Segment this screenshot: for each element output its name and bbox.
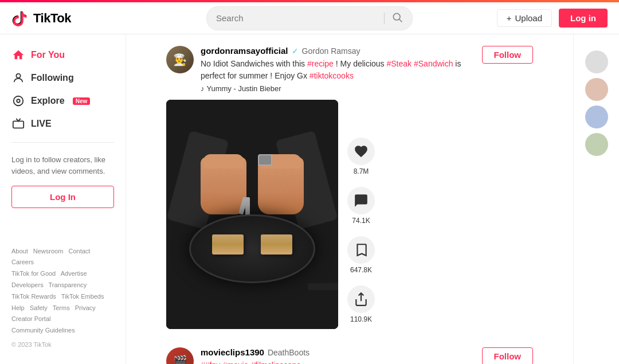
footer-link-help[interactable]: Help — [11, 304, 25, 311]
sidebar-login-text: Log in to follow creators, like videos, … — [0, 150, 126, 186]
svg-line-1 — [399, 19, 402, 22]
username-gordon[interactable]: gordonramsayofficial — [201, 46, 288, 56]
bookmark-button-gordon[interactable]: 647.8K — [347, 236, 375, 274]
bookmark-count-gordon: 647.8K — [350, 266, 372, 274]
follow-button-movieclips[interactable]: Follow — [482, 347, 534, 364]
sidebar: For You Following Explore New LIVE Log — [0, 34, 126, 364]
person-icon — [11, 71, 25, 85]
sidebar-item-following[interactable]: Following — [0, 66, 126, 89]
like-icon — [347, 138, 375, 165]
sidebar-login-button[interactable]: Log In — [11, 186, 114, 208]
footer-link-creator-portal[interactable]: Creator Portal — [11, 315, 50, 322]
sidebar-item-live[interactable]: LIVE — [0, 112, 126, 135]
search-icon[interactable] — [391, 11, 403, 25]
footer-link-rewards[interactable]: TikTok Rewards — [11, 293, 56, 300]
footer-link-safety[interactable]: Safety — [30, 304, 48, 311]
footer-link-privacy[interactable]: Privacy — [75, 304, 96, 311]
compass-icon — [11, 94, 25, 108]
cooking-scene — [166, 100, 338, 329]
video-card-gordon: 👨‍🍳 gordonramsayofficial ✓ Gordon Ramsay… — [155, 46, 544, 329]
main-content: 👨‍🍳 gordonramsayofficial ✓ Gordon Ramsay… — [126, 34, 573, 364]
login-button[interactable]: Log in — [559, 9, 608, 28]
footer-link-contact[interactable]: Contact — [68, 248, 90, 255]
search-box — [206, 6, 413, 30]
hashtag-movie[interactable]: #movie — [222, 361, 248, 364]
share-count-gordon: 110.9K — [350, 315, 372, 323]
username-row-movieclips: movieclips1390 DeathBoots — [201, 347, 482, 357]
footer-link-transparency[interactable]: Transparency — [49, 281, 87, 288]
sidebar-label-for-you: For You — [31, 50, 65, 60]
comment-count-gordon: 74.1K — [352, 217, 370, 225]
hand-left — [201, 157, 246, 214]
home-icon — [11, 48, 25, 62]
tiktok-logo-icon — [11, 9, 30, 28]
right-avatar-1 — [585, 50, 608, 73]
hashtag-sandwich[interactable]: #Sandwich — [414, 59, 453, 68]
video-info-gordon: gordonramsayofficial ✓ Gordon Ramsay No … — [201, 46, 482, 93]
footer-link-developers[interactable]: Developers — [11, 281, 44, 288]
footer-link-terms[interactable]: Terms — [53, 304, 70, 311]
main-layout: For You Following Explore New LIVE Log — [0, 34, 619, 364]
footer-link-about[interactable]: About — [11, 248, 28, 255]
search-input[interactable] — [216, 13, 377, 23]
display-name-gordon: Gordon Ramsay — [302, 46, 361, 56]
sidebar-label-following: Following — [31, 73, 74, 83]
plus-icon: + — [507, 13, 512, 23]
right-avatar-3 — [585, 105, 608, 128]
right-avatar-2 — [585, 78, 608, 101]
follow-button-gordon[interactable]: Follow — [482, 46, 534, 64]
music-note-gordon: ♪ — [201, 84, 205, 93]
right-panel-placeholder — [583, 46, 610, 165]
svg-point-4 — [17, 99, 20, 103]
watch — [258, 154, 272, 166]
right-avatar-4 — [585, 133, 608, 156]
header: TikTok + Upload Log in — [0, 2, 619, 34]
video-card-movieclips: 🎬 movieclips1390 DeathBoots ##fpy #movie… — [155, 347, 544, 364]
video-thumbnail-gordon[interactable] — [166, 100, 338, 329]
upload-label: Upload — [515, 13, 542, 23]
live-icon — [11, 117, 25, 131]
hashtag-filmclipscene[interactable]: #filmclipscene — [250, 361, 301, 364]
sandwich-right — [261, 234, 292, 255]
footer-link-newsroom[interactable]: Newsroom — [33, 248, 64, 255]
hashtag-recipe[interactable]: #recipe — [307, 59, 334, 68]
sound-row-gordon[interactable]: ♪ Yummy - Justin Bieber — [201, 84, 482, 93]
share-button-gordon[interactable]: 110.9K — [347, 285, 375, 323]
video-desc-gordon: No Idiot Sandwiches with this #recipe ! … — [201, 58, 482, 82]
footer-link-careers[interactable]: Careers — [11, 259, 34, 265]
action-buttons-gordon: 8.7M 74.1K — [347, 138, 375, 329]
logo[interactable]: TikTok — [11, 9, 71, 28]
footer-link-community[interactable]: Community Guidelines — [11, 327, 75, 334]
like-button-gordon[interactable]: 8.7M — [347, 138, 375, 175]
hashtag-tiktokcooks[interactable]: #tiktokcooks — [310, 71, 354, 80]
sandwich-left — [212, 234, 244, 255]
sound-text-gordon: Yummy - Justin Bieber — [207, 84, 281, 93]
sidebar-item-explore[interactable]: Explore New — [0, 89, 126, 112]
avatar-gordon[interactable]: 👨‍🍳 — [166, 46, 194, 73]
username-movieclips[interactable]: movieclips1390 — [201, 347, 264, 357]
sidebar-item-for-you[interactable]: For You — [0, 44, 126, 66]
display-name-movieclips: DeathBoots — [268, 348, 310, 357]
sidebar-label-explore: Explore — [31, 96, 65, 106]
hashtag-fpy[interactable]: ##fpy — [201, 361, 220, 364]
footer-link-advertise[interactable]: Advertise — [61, 270, 87, 277]
footer-copyright: © 2023 TikTok — [11, 341, 114, 348]
comment-icon — [347, 187, 375, 214]
verified-icon-gordon: ✓ — [292, 46, 299, 56]
video-feed: 👨‍🍳 gordonramsayofficial ✓ Gordon Ramsay… — [155, 34, 544, 364]
logo-text: TikTok — [33, 11, 71, 26]
footer-links: About Newsroom Contact Careers TikTok fo… — [11, 246, 114, 336]
svg-point-0 — [393, 13, 400, 20]
footer-link-embeds[interactable]: TikTok Embeds — [61, 293, 104, 300]
video-desc-movieclips: ##fpy #movie #filmclipscene — [201, 359, 482, 364]
avatar-movieclips[interactable]: 🎬 — [166, 347, 194, 364]
video-header-movieclips: 🎬 movieclips1390 DeathBoots ##fpy #movie… — [166, 347, 533, 364]
footer-link-tiktokforgood[interactable]: TikTok for Good — [11, 270, 56, 277]
video-player-row-gordon: 8.7M 74.1K — [166, 100, 533, 329]
hashtag-steak[interactable]: #Steak — [387, 59, 412, 68]
bookmark-icon — [347, 236, 375, 264]
username-row-gordon: gordonramsayofficial ✓ Gordon Ramsay — [201, 46, 482, 56]
video-header-gordon: 👨‍🍳 gordonramsayofficial ✓ Gordon Ramsay… — [166, 46, 533, 93]
comment-button-gordon[interactable]: 74.1K — [347, 187, 375, 225]
upload-button[interactable]: + Upload — [497, 9, 552, 27]
